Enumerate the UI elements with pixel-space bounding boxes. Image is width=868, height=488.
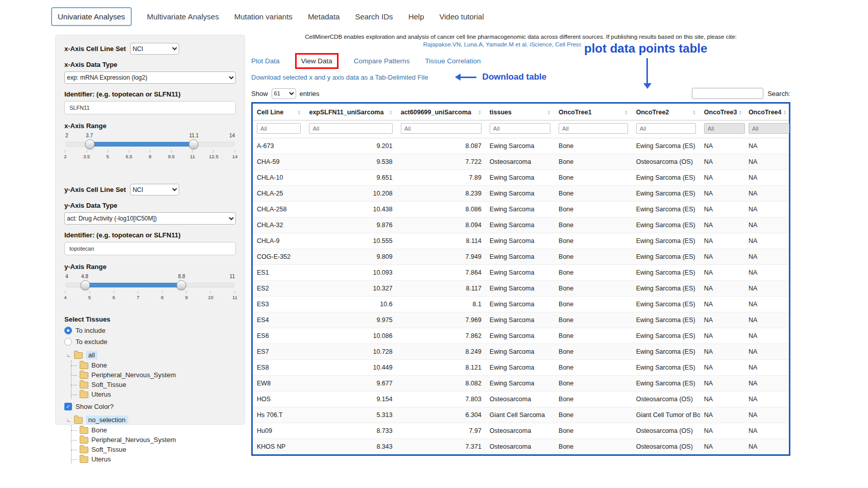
search-label: Search: [767, 90, 790, 97]
tree-item-peripheral-nervous-system[interactable]: Peripheral_Nervous_System [71, 370, 236, 380]
nav-tab-search-ids[interactable]: Search IDs [355, 12, 393, 21]
tree-item-soft-tissue[interactable]: Soft_Tissue [71, 445, 236, 454]
nav-tab-video-tutorial[interactable]: Video tutorial [439, 12, 484, 21]
table-row: COG-E-3529.8097.949Ewing SarcomaBoneEwin… [253, 249, 789, 265]
tab-view-data[interactable]: View Data [301, 57, 332, 65]
y-identifier-input[interactable] [64, 242, 236, 255]
table-cell: NA [744, 392, 789, 407]
table-row: Hs 706.T5.3136.304Giant Cell SarcomaBone… [253, 407, 789, 423]
nav-tab-multivariate-analyses[interactable]: Multivariate Analyses [147, 12, 219, 21]
search-input[interactable] [692, 88, 763, 99]
annotation-table-highlight-box: Cell Line▲▼expSLFN11_uniSarcoma▲▼act6096… [251, 102, 790, 456]
tree-item-bone[interactable]: Bone [71, 425, 236, 435]
table-cell: NA [700, 186, 744, 202]
nav-tab-help[interactable]: Help [408, 12, 424, 21]
table-cell: Hs 706.T [253, 407, 305, 423]
tree-item-label: Uterus [91, 391, 111, 398]
y-cell-line-set-select[interactable]: NCI [130, 184, 179, 196]
table-cell: Osteosarcoma (OS) [632, 439, 700, 455]
table-cell: Ewing Sarcoma (ES) [632, 376, 700, 392]
column-filter-oncotree4[interactable] [749, 123, 789, 134]
entries-select[interactable]: 61 [272, 88, 296, 99]
y-axis-range-slider[interactable]: 4 4.8 8.8 11 4567891011 [65, 274, 235, 301]
column-header-oncotree1[interactable]: OncoTree1▲▼ [554, 104, 632, 120]
sort-icon: ▲▼ [547, 110, 550, 115]
table-cell: Osteosarcoma [486, 423, 554, 439]
tree-root-label[interactable]: no_selection [86, 416, 128, 424]
y-range-high-handle[interactable] [177, 280, 186, 290]
table-cell: 9.876 [305, 217, 396, 233]
tab-plot-data[interactable]: Plot Data [251, 57, 280, 65]
nav-tab-metadata[interactable]: Metadata [308, 12, 340, 21]
table-controls-row: Show 61 entries Search: [251, 87, 790, 100]
column-filter-oncotree2[interactable] [636, 123, 696, 134]
folder-icon [74, 417, 83, 424]
column-filter-tissues[interactable] [490, 123, 550, 134]
column-header-tissues[interactable]: tissues▲▼ [486, 104, 554, 120]
tree-item-soft-tissue[interactable]: Soft_Tissue [71, 380, 236, 389]
table-cell: NA [700, 202, 744, 217]
table-cell: COG-E-352 [253, 249, 305, 265]
column-filter-oncotree3[interactable] [704, 123, 745, 134]
tissue-tree-selection: ∟no_selectionBonePeripheral_Nervous_Syst… [66, 416, 236, 464]
table-cell: 7.722 [397, 154, 486, 170]
to-include-radio[interactable] [64, 327, 72, 334]
nav-tab-univariate-analyses[interactable]: Univariate Analyses [51, 7, 132, 26]
tree-item-uterus[interactable]: Uterus [71, 389, 236, 399]
table-cell: NA [700, 328, 744, 344]
column-header-expslfn11-unisarcoma[interactable]: expSLFN11_uniSarcoma▲▼ [305, 104, 396, 120]
tree-item-peripheral-nervous-system[interactable]: Peripheral_Nervous_System [71, 435, 236, 445]
column-filter-oncotree1[interactable] [559, 123, 628, 134]
column-header-oncotree3[interactable]: OncoTree3▲▼ [700, 104, 744, 120]
tree-item-uterus[interactable]: Uterus [71, 454, 236, 464]
tree-root-label[interactable]: all [86, 351, 98, 359]
column-header-oncotree4[interactable]: OncoTree4▲▼ [744, 104, 789, 120]
x-range-high-handle[interactable] [189, 139, 199, 149]
column-header-oncotree2[interactable]: OncoTree2▲▼ [632, 104, 700, 120]
table-cell: NA [744, 154, 789, 170]
table-cell: EW8 [253, 376, 305, 392]
tab-tissue-correlation[interactable]: Tissue Correlation [425, 57, 480, 65]
slider-tick: 5 [106, 150, 109, 159]
y-data-type-select[interactable]: act: Drug Activity (-log10[IC50M]) [64, 212, 236, 225]
table-row: HOS9.1547.803OsteosarcomaBoneOsteosarcom… [253, 392, 789, 407]
table-cell: Giant Cell Tumor of Bone (GCTB) Sarcoma [632, 407, 700, 423]
y-range-low-handle[interactable] [80, 280, 90, 290]
slider-tick: 12.5 [209, 150, 219, 159]
tree-item-label: Peripheral_Nervous_System [91, 436, 176, 444]
tree-item-label: Soft_Tissue [91, 446, 126, 453]
table-cell: Ewing Sarcoma (ES) [632, 186, 700, 202]
nav-tab-mutation-variants[interactable]: Mutation variants [234, 12, 293, 21]
x-cell-line-set-select[interactable]: NCI [130, 43, 179, 55]
x-range-low-handle[interactable] [85, 139, 94, 149]
x-data-type-select[interactable]: exp: mRNA Expression (log2) [64, 71, 236, 84]
x-identifier-input[interactable] [64, 101, 236, 114]
tree-root-row[interactable]: ∟no_selection [66, 416, 236, 424]
tree-root-row[interactable]: ∟all [66, 351, 236, 359]
download-link[interactable]: Download selected x and y axis data as a… [251, 74, 428, 81]
slider-tick: 8 [161, 291, 163, 300]
show-color-checkbox[interactable]: ✓ [64, 403, 72, 410]
y-range-track[interactable] [65, 283, 235, 287]
table-cell: Ewing Sarcoma (ES) [632, 217, 700, 233]
slider-tick: 14 [232, 150, 238, 159]
to-include-label: To include [76, 327, 106, 334]
x-axis-range-slider[interactable]: 2 3.7 11.1 14 23.556.589.51112.514 [65, 133, 235, 160]
tree-caret-icon: ∟ [66, 353, 71, 358]
tree-item-bone[interactable]: Bone [71, 360, 236, 370]
table-cell: NA [744, 233, 789, 249]
column-filter-act609699-unisarcoma[interactable] [401, 123, 481, 134]
x-range-track[interactable] [65, 142, 235, 147]
to-exclude-radio[interactable] [64, 338, 72, 346]
table-cell: Osteosarcoma (OS) [632, 423, 700, 439]
column-header-act609699-unisarcoma[interactable]: act609699_uniSarcoma▲▼ [397, 104, 486, 120]
entries-label: entries [300, 90, 320, 97]
table-cell: 9.677 [305, 376, 396, 392]
column-filter-cell-line[interactable] [257, 123, 301, 134]
column-filter-expslfn11-unisarcoma[interactable] [309, 123, 392, 134]
column-header-cell-line[interactable]: Cell Line▲▼ [253, 104, 305, 120]
tab-compare-patterns[interactable]: Compare Patterns [354, 57, 410, 65]
table-cell: 10.086 [305, 328, 396, 344]
table-cell: ES1 [253, 265, 305, 281]
sort-icon: ▲▼ [783, 110, 787, 115]
